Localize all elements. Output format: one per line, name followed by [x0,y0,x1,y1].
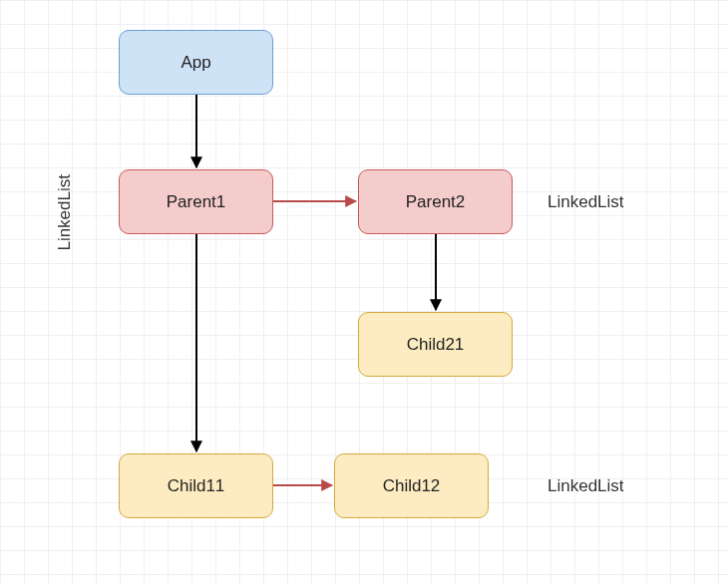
node-parent2-label: Parent2 [406,192,466,212]
node-app-label: App [181,53,210,73]
label-linkedlist-left: LinkedList [55,174,75,251]
node-child21[interactable]: Child21 [358,312,513,377]
diagram-canvas: App Parent1 Parent2 Child21 Child11 Chil… [0,0,728,584]
node-child11-label: Child11 [168,476,225,496]
label-linkedlist-right-1: LinkedList [547,192,624,212]
node-child12[interactable]: Child12 [334,453,489,518]
node-child12-label: Child12 [383,476,441,496]
label-linkedlist-right-2: LinkedList [547,476,624,496]
node-parent2[interactable]: Parent2 [358,169,513,234]
node-app[interactable]: App [119,30,273,95]
node-parent1[interactable]: Parent1 [119,169,273,234]
node-parent1-label: Parent1 [167,192,226,212]
node-child21-label: Child21 [407,335,465,355]
node-child11[interactable]: Child11 [119,453,273,518]
